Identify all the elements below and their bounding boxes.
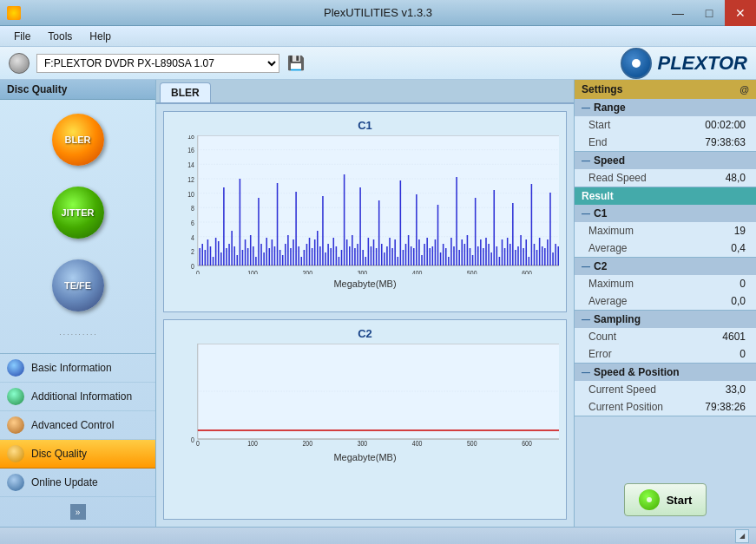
advanced-control-icon: [7, 416, 24, 434]
title-bar: PlexUTILITIES v1.3.3 — □ ✕: [0, 0, 756, 26]
svg-rect-39: [226, 248, 227, 265]
expand-button[interactable]: »: [70, 504, 86, 520]
svg-rect-68: [304, 250, 306, 265]
svg-rect-90: [362, 250, 364, 265]
svg-rect-98: [384, 252, 385, 265]
svg-rect-54: [266, 238, 267, 265]
app-icon: [7, 6, 21, 20]
disc-quality-icon: [7, 445, 24, 462]
range-start-value: 00:02:00: [705, 119, 746, 131]
c1-average-row: Average 0,4: [575, 239, 756, 257]
svg-rect-119: [440, 252, 442, 265]
svg-rect-48: [250, 235, 252, 265]
sidebar-item-disc[interactable]: Disc Quality: [0, 440, 155, 469]
svg-rect-36: [218, 241, 220, 265]
svg-rect-142: [502, 239, 503, 265]
svg-rect-92: [368, 238, 370, 265]
svg-rect-95: [376, 248, 378, 265]
svg-rect-148: [517, 246, 519, 265]
drive-select[interactable]: F:PLEXTOR DVDR PX-L890SA 1.07: [36, 54, 279, 73]
plextor-brand-text: PLEXTOR: [657, 52, 747, 75]
svg-text:300: 300: [358, 439, 368, 448]
c2-average-value: 0,0: [731, 295, 746, 307]
range-section: — Range Start 00:02:00 End 79:38:63: [575, 99, 756, 152]
additional-info-icon: [7, 388, 24, 405]
svg-rect-144: [507, 238, 509, 265]
restore-button[interactable]: □: [694, 0, 725, 26]
online-update-icon: [7, 474, 24, 491]
svg-rect-41: [231, 231, 233, 265]
svg-rect-102: [394, 239, 396, 265]
settings-at-symbol: @: [740, 84, 749, 95]
sidebar-item-additional[interactable]: Additional Information: [0, 383, 155, 411]
tab-bler[interactable]: BLER: [160, 82, 211, 102]
svg-rect-132: [475, 198, 477, 265]
svg-rect-99: [386, 246, 388, 265]
svg-rect-161: [552, 252, 554, 265]
close-button[interactable]: ✕: [725, 0, 756, 26]
sampling-section-header[interactable]: — Sampling: [575, 311, 756, 328]
save-icon[interactable]: 💾: [286, 54, 306, 73]
svg-text:300: 300: [358, 269, 368, 274]
svg-rect-66: [298, 246, 299, 265]
c1-chart-wrapper: 18 16 14 12 10 8 6 4 2 0 0 100 200: [171, 135, 559, 277]
sidebar-item-online[interactable]: Online Update: [0, 469, 155, 497]
svg-rect-124: [453, 246, 455, 265]
svg-rect-105: [403, 250, 404, 265]
additional-info-label: Additional Information: [31, 390, 132, 403]
speed-position-header[interactable]: — Speed & Position: [575, 364, 756, 381]
c2-xlabel: Megabyte(MB): [171, 452, 559, 462]
menu-help[interactable]: Help: [82, 29, 118, 44]
c2-chart-wrapper: 0 0 100 200 300 400 500 600 699: [171, 344, 559, 450]
sidebar-item-basic[interactable]: Basic Information: [0, 354, 155, 383]
minimize-button[interactable]: —: [662, 0, 694, 26]
jitter-button[interactable]: JITTER: [9, 181, 147, 244]
svg-text:500: 500: [467, 269, 477, 274]
svg-rect-104: [400, 180, 402, 265]
svg-rect-33: [210, 246, 212, 265]
menu-file[interactable]: File: [7, 29, 37, 44]
svg-rect-77: [327, 244, 329, 265]
disc-buttons-area: BLER JITTER TE/FE · · · · · · · · · ·: [0, 100, 155, 353]
svg-rect-153: [531, 184, 533, 265]
c2-result-section: — C2 Maximum 0 Average 0,0: [575, 258, 756, 311]
svg-rect-138: [490, 252, 492, 265]
c1-average-value: 0,4: [731, 242, 746, 254]
range-section-header[interactable]: — Range: [575, 99, 756, 116]
current-speed-row: Current Speed 33,0: [575, 381, 756, 398]
speed-section-header[interactable]: — Speed: [575, 152, 756, 169]
svg-rect-64: [293, 239, 294, 265]
bler-button[interactable]: BLER: [9, 108, 147, 171]
svg-rect-89: [359, 187, 361, 265]
c2-maximum-value: 0: [740, 278, 746, 290]
svg-rect-101: [391, 248, 393, 265]
tab-bar: BLER: [156, 80, 574, 104]
sidebar-item-advanced[interactable]: Advanced Control: [0, 411, 155, 440]
c1-result-header[interactable]: — C1: [575, 205, 756, 222]
svg-rect-118: [437, 205, 439, 265]
svg-text:2: 2: [191, 247, 194, 256]
tefe-button[interactable]: TE/FE: [9, 254, 147, 317]
c2-result-header[interactable]: — C2: [575, 258, 756, 275]
svg-rect-47: [247, 248, 249, 265]
sampling-count-value: 4601: [722, 331, 746, 343]
svg-rect-131: [472, 255, 474, 265]
right-panel: Settings @ — Range Start 00:02:00 End 79…: [574, 80, 756, 527]
drive-bar: F:PLEXTOR DVDR PX-L890SA 1.07 💾 PLEXTOR: [0, 47, 756, 80]
svg-text:0: 0: [191, 262, 194, 271]
svg-text:10: 10: [187, 190, 194, 199]
svg-text:16: 16: [187, 146, 194, 154]
speed-position-section: — Speed & Position Current Speed 33,0 Cu…: [575, 364, 756, 416]
svg-rect-97: [381, 244, 383, 265]
speed-toggle-icon: —: [582, 156, 590, 166]
menu-tools[interactable]: Tools: [41, 29, 79, 44]
svg-text:200: 200: [302, 439, 312, 448]
svg-text:18: 18: [187, 135, 194, 141]
basic-info-label: Basic Information: [31, 362, 112, 374]
range-end-row: End 79:38:63: [575, 134, 756, 151]
scrollbar-indicator[interactable]: ◢: [735, 529, 749, 543]
svg-rect-93: [371, 246, 372, 265]
svg-rect-147: [515, 250, 516, 265]
svg-rect-73: [317, 231, 319, 265]
start-button[interactable]: Start: [624, 483, 707, 516]
